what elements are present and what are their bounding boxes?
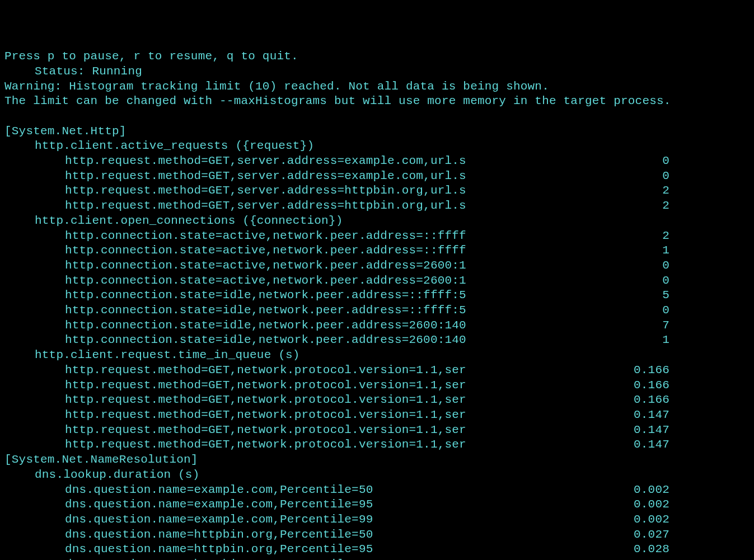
metric-row: http.request.method=GET,server.address=e… (4, 154, 750, 169)
metric-label: http.connection.state=idle,network.peer.… (4, 303, 591, 318)
metric-row: dns.question.name=example.com,Percentile… (4, 497, 750, 512)
status-line: Status: Running (4, 64, 750, 79)
metric-row: http.connection.state=idle,network.peer.… (4, 333, 750, 348)
metric-value: 7 (591, 318, 669, 333)
metric-value: 0.002 (591, 483, 669, 498)
metric-row: dns.question.name=example.com,Percentile… (4, 483, 750, 498)
metric-value: 0.002 (591, 497, 669, 512)
metric-label: http.request.method=GET,network.protocol… (4, 408, 591, 423)
metric-value: 0.166 (591, 393, 669, 408)
metric-row: http.request.method=GET,server.address=e… (4, 169, 750, 184)
metric-row: dns.question.name=httpbin.org,Percentile… (4, 528, 750, 543)
metric-label: dns.question.name=example.com,Percentile… (4, 512, 591, 528)
metric-row: http.request.method=GET,server.address=h… (4, 199, 750, 214)
metric-value: 1 (591, 243, 669, 258)
metric-value: 0.166 (591, 378, 669, 393)
metric-row: http.request.method=GET,server.address=h… (4, 183, 750, 199)
metric-label: http.request.method=GET,network.protocol… (4, 423, 591, 438)
metric-value: 0 (591, 258, 669, 274)
metric-row: http.connection.state=active,network.pee… (4, 243, 750, 258)
metric-label: http.request.method=GET,network.protocol… (4, 378, 591, 393)
metric-label: http.connection.state=idle,network.peer.… (4, 333, 591, 348)
metric-value: 2 (591, 183, 669, 199)
metric-title: dns.lookup.duration (s) (4, 468, 750, 483)
metric-value: 0.166 (591, 363, 669, 378)
metric-label: http.connection.state=active,network.pee… (4, 258, 591, 274)
metric-row: http.request.method=GET,network.protocol… (4, 393, 750, 408)
metric-value: 2 (591, 229, 669, 244)
metric-label: http.request.method=GET,network.protocol… (4, 363, 591, 378)
metric-label: http.connection.state=active,network.pee… (4, 243, 591, 258)
section-header: [System.Net.NameResolution] (4, 453, 750, 468)
metric-label: http.request.method=GET,server.address=h… (4, 183, 591, 199)
metric-value: 0 (591, 303, 669, 318)
metric-label: dns.question.name=example.com,Percentile… (4, 483, 591, 498)
metric-row: http.connection.state=active,network.pee… (4, 258, 750, 274)
metric-row: http.request.method=GET,network.protocol… (4, 437, 750, 453)
terminal-output: Press p to pause, r to resume, q to quit… (4, 49, 750, 560)
metric-row: dns.question.name=example.com,Percentile… (4, 512, 750, 528)
metric-value: 2 (591, 199, 669, 214)
warning-line-1: Warning: Histogram tracking limit (10) r… (4, 79, 750, 95)
metric-row: http.request.method=GET,network.protocol… (4, 408, 750, 423)
metric-row: http.request.method=GET,network.protocol… (4, 378, 750, 393)
metric-label: dns.question.name=httpbin.org,Percentile… (4, 542, 591, 557)
metric-label: dns.question.name=httpbin.org,Percentile… (4, 528, 591, 543)
metric-label: http.connection.state=active,network.pee… (4, 274, 591, 289)
metric-value: 0.027 (591, 528, 669, 543)
metric-value: 0.147 (591, 408, 669, 423)
metric-title: http.client.open_connections ({connectio… (4, 214, 750, 229)
metric-row: http.connection.state=active,network.pee… (4, 274, 750, 289)
metric-label: http.request.method=GET,server.address=e… (4, 169, 591, 184)
metric-row: http.connection.state=idle,network.peer.… (4, 288, 750, 303)
controls-hint: Press p to pause, r to resume, q to quit… (4, 49, 750, 64)
metric-value: 1 (591, 333, 669, 348)
metric-value: 0.147 (591, 423, 669, 438)
metric-value: 0 (591, 169, 669, 184)
section-header: [System.Net.Http] (4, 124, 750, 139)
metric-value: 0.002 (591, 512, 669, 528)
warning-line-2: The limit can be changed with --maxHisto… (4, 94, 750, 109)
metric-value: 0 (591, 154, 669, 169)
metric-row: http.connection.state=idle,network.peer.… (4, 318, 750, 333)
metric-value: 0 (591, 274, 669, 289)
metric-label: http.request.method=GET,server.address=h… (4, 199, 591, 214)
metric-value: 0.028 (591, 557, 669, 560)
metric-value: 0.147 (591, 437, 669, 453)
metric-label: dns.question.name=example.com,Percentile… (4, 497, 591, 512)
metric-label: http.request.method=GET,network.protocol… (4, 437, 591, 453)
metric-label: http.connection.state=idle,network.peer.… (4, 318, 591, 333)
metric-row: http.connection.state=active,network.pee… (4, 229, 750, 244)
metric-row: http.request.method=GET,network.protocol… (4, 423, 750, 438)
metric-label: http.connection.state=idle,network.peer.… (4, 288, 591, 303)
metric-label: http.request.method=GET,server.address=e… (4, 154, 591, 169)
metric-label: dns.question.name=httpbin.org,Percentile… (4, 557, 591, 560)
blank-line (4, 109, 750, 124)
metric-value: 0.028 (591, 542, 669, 557)
metric-row: http.request.method=GET,network.protocol… (4, 363, 750, 378)
metric-title: http.client.request.time_in_queue (s) (4, 348, 750, 363)
metric-value: 5 (591, 288, 669, 303)
metric-row: dns.question.name=httpbin.org,Percentile… (4, 557, 750, 560)
metric-row: http.connection.state=idle,network.peer.… (4, 303, 750, 318)
metric-title: http.client.active_requests ({request}) (4, 139, 750, 154)
metric-row: dns.question.name=httpbin.org,Percentile… (4, 542, 750, 557)
metric-label: http.request.method=GET,network.protocol… (4, 393, 591, 408)
metric-label: http.connection.state=active,network.pee… (4, 229, 591, 244)
